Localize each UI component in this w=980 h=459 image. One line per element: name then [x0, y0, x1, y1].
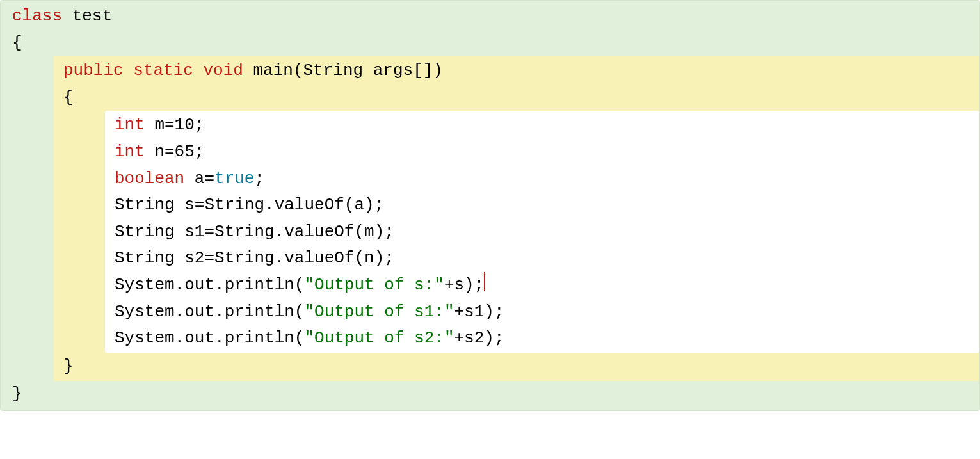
code-line: public static void main(String args[])	[63, 58, 979, 85]
code-line: boolean a=true;	[115, 166, 979, 193]
var-decl: n=65;	[145, 142, 205, 161]
code-block-method: public static void main(String args[]) {…	[54, 56, 979, 381]
brace-close: }	[12, 381, 979, 408]
concat-end: +s);	[444, 275, 484, 294]
var-decl: a=	[184, 169, 214, 188]
literal-true: true	[214, 169, 254, 188]
code-line: System.out.println("Output of s:"+s);	[115, 272, 979, 299]
concat-end: +s1);	[454, 302, 504, 321]
semicolon: ;	[254, 169, 264, 188]
concat-end: +s2);	[454, 328, 504, 348]
code-line: String s=String.valueOf(a);	[115, 192, 979, 219]
string-literal: "Output of s2:"	[304, 328, 454, 348]
keyword-int: int	[115, 142, 145, 161]
method-call: System.out.println(	[115, 302, 304, 321]
string-literal: "Output of s:"	[304, 275, 444, 294]
code-line: String s2=String.valueOf(n);	[115, 245, 979, 272]
keyword-void: void	[203, 61, 243, 80]
brace-open: {	[63, 85, 979, 111]
class-name: test	[62, 6, 112, 26]
code-line: class test	[12, 3, 979, 30]
keyword-static: static	[133, 61, 193, 80]
keyword-boolean: boolean	[115, 169, 184, 188]
keyword-int: int	[115, 115, 145, 134]
method-signature: main(String args[])	[243, 61, 443, 80]
method-call: System.out.println(	[115, 275, 304, 294]
brace-close: }	[63, 353, 979, 380]
code-line: int m=10;	[115, 112, 979, 139]
code-line: String s1=String.valueOf(m);	[115, 219, 979, 246]
keyword-class: class	[12, 6, 62, 26]
keyword-public: public	[63, 61, 124, 80]
var-decl: m=10;	[145, 115, 205, 134]
text-cursor	[484, 272, 485, 291]
string-literal: "Output of s1:"	[304, 302, 454, 321]
code-line: System.out.println("Output of s1:"+s1);	[115, 299, 979, 326]
brace-open: {	[12, 30, 979, 57]
method-call: System.out.println(	[115, 328, 304, 348]
code-block-outer: class test { public static void main(Str…	[0, 0, 980, 411]
code-line: int n=65;	[115, 139, 979, 166]
code-block-body: int m=10; int n=65; boolean a=true; Stri…	[105, 111, 979, 353]
code-line: System.out.println("Output of s2:"+s2);	[115, 325, 979, 352]
